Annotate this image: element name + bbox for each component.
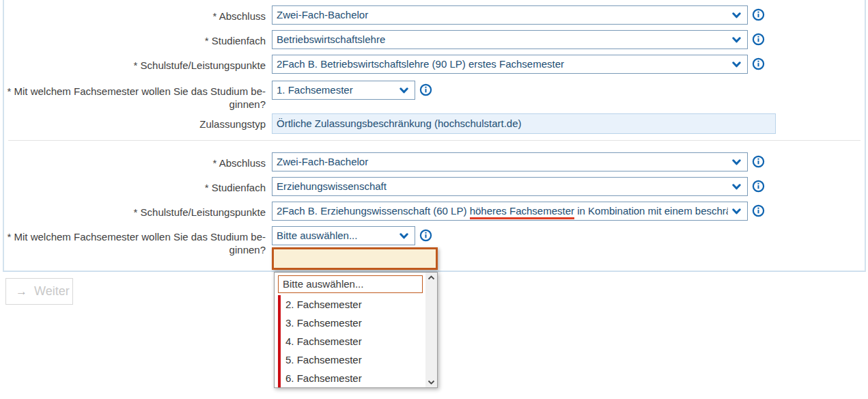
red-underline-annotation: höheres Fachsemester	[470, 205, 574, 219]
weiter-button[interactable]: → Weiter	[5, 278, 73, 305]
select-value: 1. Fachsemester	[277, 81, 395, 99]
row-schulstufe-2: * Schulstufe/Leistungspunkte 2Fach B. Er…	[4, 202, 865, 221]
chevron-down-icon	[400, 233, 408, 239]
select-value: 2Fach B. Betriebswirtschaftslehre (90 LP…	[277, 55, 728, 73]
select-value: Bitte auswählen...	[277, 227, 395, 245]
info-icon[interactable]	[752, 204, 765, 217]
row-studienfach-1: * Studienfach Betriebswirtschaftslehre	[4, 30, 865, 49]
studienfach-select-2[interactable]: Erziehungswissenschaft	[272, 177, 748, 196]
select-value: Zwei-Fach-Bachelor	[277, 153, 728, 171]
info-icon[interactable]	[752, 57, 765, 70]
dropdown-scrollbar[interactable]	[425, 273, 437, 387]
info-icon[interactable]	[752, 33, 765, 46]
schulstufe-select-1[interactable]: 2Fach B. Betriebswirtschaftslehre (90 LP…	[272, 55, 748, 74]
fachsemester-select-1[interactable]: 1. Fachsemester	[272, 81, 415, 100]
chevron-down-icon	[732, 61, 741, 68]
dropdown-option-placeholder[interactable]: Bitte auswählen...	[278, 275, 423, 293]
select-value: Erziehungswissenschaft	[277, 178, 728, 195]
info-icon[interactable]	[419, 83, 432, 96]
row-abschluss-1: * Abschluss Zwei-Fach-Bachelor	[4, 5, 865, 25]
zulassungstyp-field: Örtliche Zulassungsbeschränkung (hochsch…	[272, 113, 776, 134]
row-zulassungstyp: Zulassungstyp Örtliche Zulassungsbeschrä…	[4, 113, 865, 134]
scroll-up-icon[interactable]	[425, 273, 437, 283]
fachsemester-select-2[interactable]: Bitte auswählen...	[272, 226, 415, 245]
dropdown-filter-input[interactable]	[272, 247, 438, 270]
info-icon[interactable]	[752, 155, 765, 168]
select-value: 2Fach B. Erziehungswissenschaft (60 LP) …	[277, 202, 728, 220]
studienfach-select-1[interactable]: Betriebswirtschaftslehre	[272, 30, 748, 49]
row-studienfach-2: * Studienfach Erziehungswissenschaft	[4, 177, 865, 196]
dropdown-options-list: Bitte auswählen... 2. Fachsemester 3. Fa…	[274, 272, 438, 388]
select-value: Zwei-Fach-Bachelor	[277, 6, 728, 24]
weiter-button-label: Weiter	[34, 284, 70, 299]
dropdown-option[interactable]: 4. Fachsemester	[278, 332, 425, 350]
dropdown-option[interactable]: 3. Fachsemester	[278, 314, 425, 332]
field-label: * Schulstufe/Leistungspunkte	[4, 55, 272, 74]
application-form-panel: * Abschluss Zwei-Fach-Bachelor * Studien…	[3, 0, 866, 272]
row-schulstufe-1: * Schulstufe/Leistungspunkte 2Fach B. Be…	[4, 55, 865, 74]
field-label: * Mit welchem Fachsemester wollen Sie da…	[4, 81, 272, 111]
abschluss-select-2[interactable]: Zwei-Fach-Bachelor	[272, 152, 748, 171]
dropdown-option[interactable]: 5. Fachsemester	[278, 350, 425, 369]
chevron-down-icon	[732, 208, 741, 215]
row-fachsemester-2: * Mit welchem Fachsemester wollen Sie da…	[4, 226, 865, 256]
value-suffix: in Kombination mit einem beschränkte	[574, 205, 728, 217]
field-label: * Schulstufe/Leistungspunkte	[4, 202, 272, 221]
info-icon[interactable]	[752, 180, 765, 193]
section-divider	[8, 140, 860, 141]
chevron-down-icon	[732, 37, 741, 43]
field-label: Zulassungstyp	[4, 113, 272, 134]
field-label: * Mit welchem Fachsemester wollen Sie da…	[4, 226, 272, 256]
dropdown-option[interactable]: 2. Fachsemester	[278, 295, 425, 314]
info-icon[interactable]	[752, 8, 765, 21]
info-icon[interactable]	[419, 229, 432, 242]
chevron-down-icon	[732, 159, 741, 165]
field-label: * Abschluss	[4, 5, 272, 25]
value-prefix: 2Fach B. Erziehungswissenschaft (60 LP)	[277, 205, 470, 217]
field-label: * Studienfach	[4, 177, 272, 196]
row-fachsemester-1: * Mit welchem Fachsemester wollen Sie da…	[4, 81, 865, 111]
chevron-down-icon	[732, 184, 741, 190]
select-value: Betriebswirtschaftslehre	[277, 31, 728, 49]
scroll-down-icon[interactable]	[425, 377, 437, 387]
abschluss-select-1[interactable]: Zwei-Fach-Bachelor	[272, 5, 748, 25]
field-label: * Abschluss	[4, 152, 272, 171]
field-label: * Studienfach	[4, 30, 272, 49]
chevron-down-icon	[732, 12, 741, 18]
row-abschluss-2: * Abschluss Zwei-Fach-Bachelor	[4, 152, 865, 171]
schulstufe-select-2[interactable]: 2Fach B. Erziehungswissenschaft (60 LP) …	[272, 202, 748, 221]
dropdown-option[interactable]: 6. Fachsemester	[278, 369, 425, 387]
chevron-down-icon	[400, 87, 408, 94]
arrow-right-icon: →	[16, 285, 27, 299]
